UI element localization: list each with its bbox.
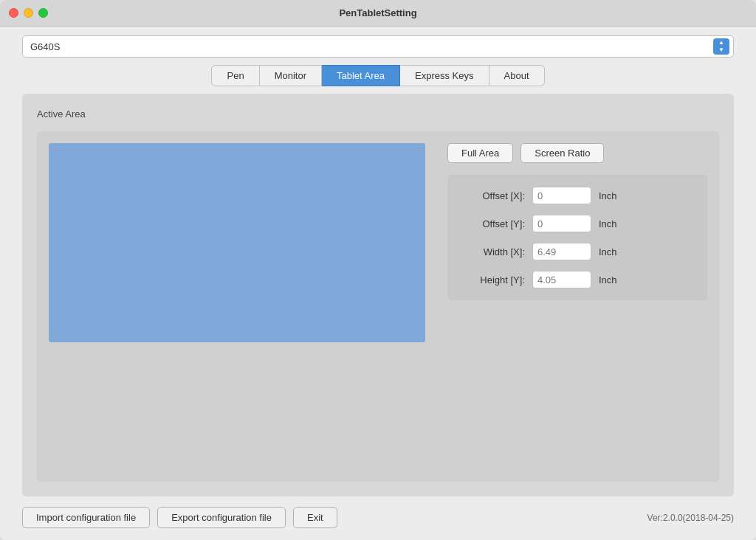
export-config-button[interactable]: Export configuration file [157, 507, 286, 528]
title-bar: PenTabletSetting [0, 0, 756, 27]
field-row-offset-x: Offset [X]: Inch [462, 187, 693, 204]
window-title: PenTabletSetting [339, 7, 416, 18]
field-row-offset-y: Offset [Y]: Inch [462, 215, 693, 232]
tab-tablet-area[interactable]: Tablet Area [322, 65, 400, 86]
import-config-button[interactable]: Import configuration file [22, 507, 150, 528]
app-window: PenTabletSetting G640S Pen Monitor Table… [0, 0, 756, 540]
height-y-input[interactable] [532, 271, 591, 288]
close-button[interactable] [9, 8, 18, 18]
area-content: Full Area Screen Ratio Offset [X]: Inch … [37, 131, 719, 482]
field-row-width-x: Width [X]: Inch [462, 243, 693, 260]
tablet-canvas[interactable] [49, 143, 425, 342]
tab-monitor[interactable]: Monitor [260, 65, 322, 86]
tab-bar: Pen Monitor Tablet Area Express Keys Abo… [22, 65, 734, 86]
device-select-wrapper: G640S [22, 35, 734, 58]
active-area-label: Active Area [37, 108, 719, 120]
main-panel: Active Area Full Area Screen Ratio Offse… [22, 94, 734, 496]
controls-panel: Full Area Screen Ratio Offset [X]: Inch … [447, 143, 707, 300]
offset-x-label: Offset [X]: [462, 190, 525, 201]
maximize-button[interactable] [38, 8, 48, 18]
offset-y-unit: Inch [599, 218, 617, 229]
exit-button[interactable]: Exit [293, 507, 337, 528]
field-row-height-y: Height [Y]: Inch [462, 271, 693, 288]
version-label: Ver:2.0.0(2018-04-25) [647, 513, 734, 523]
tab-express-keys[interactable]: Express Keys [400, 65, 489, 86]
traffic-lights [9, 8, 48, 18]
device-dropdown[interactable]: G640S [22, 35, 734, 58]
screen-ratio-button[interactable]: Screen Ratio [520, 143, 604, 163]
width-x-input[interactable] [532, 243, 591, 260]
fields-panel: Offset [X]: Inch Offset [Y]: Inch Wi [447, 175, 707, 300]
bottom-buttons: Import configuration file Export configu… [22, 507, 337, 528]
minimize-button[interactable] [24, 8, 33, 18]
full-area-button[interactable]: Full Area [447, 143, 513, 163]
offset-x-unit: Inch [599, 190, 617, 201]
main-content: G640S Pen Monitor Tablet Area Express Ke… [0, 27, 756, 540]
area-button-row: Full Area Screen Ratio [447, 143, 707, 163]
device-selector: G640S [22, 35, 734, 58]
height-y-label: Height [Y]: [462, 274, 525, 285]
offset-y-label: Offset [Y]: [462, 218, 525, 229]
height-y-unit: Inch [599, 274, 617, 285]
offset-x-input[interactable] [532, 187, 591, 204]
width-x-label: Width [X]: [462, 246, 525, 257]
tab-pen[interactable]: Pen [211, 65, 259, 86]
bottom-bar: Import configuration file Export configu… [22, 504, 734, 528]
tab-about[interactable]: About [489, 65, 545, 86]
offset-y-input[interactable] [532, 215, 591, 232]
width-x-unit: Inch [599, 246, 617, 257]
